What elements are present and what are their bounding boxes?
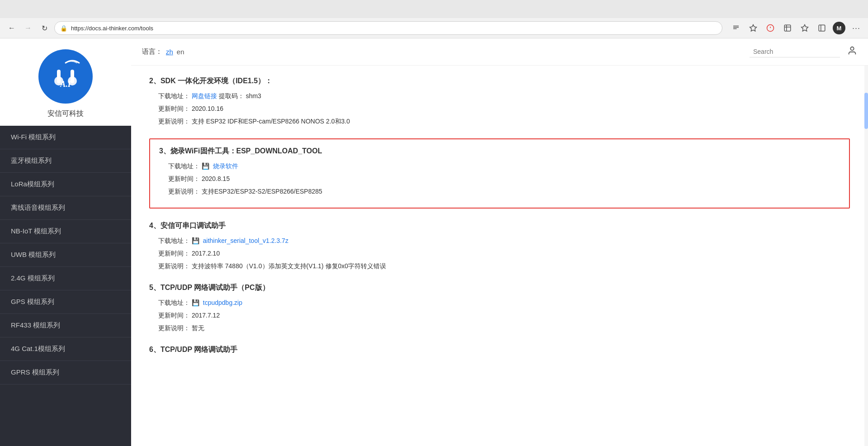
browser-icons: M ··· xyxy=(730,22,863,34)
main-content: 语言： zh en 2、SDK 一体化开发环境（IDE1.5）： 下载地址： 网… xyxy=(131,38,868,446)
section-6-title: 6、TCP/UDP 网络调试助手 xyxy=(149,345,850,355)
section-3-dl-label: 下载地址： xyxy=(168,162,200,170)
reader-mode-button[interactable] xyxy=(730,22,742,34)
sidebar-nav: Wi-Fi 模组系列 蓝牙模组系列 LoRa模组系列 离线语音模组系列 NB-I… xyxy=(0,126,131,446)
section-4-download: 下载地址： 💾 aithinker_serial_tool_v1.2.3.7z xyxy=(149,237,850,245)
shield-button[interactable] xyxy=(764,22,777,34)
section-5-notes-label: 更新说明： xyxy=(158,324,190,332)
forward-button[interactable]: → xyxy=(22,22,34,34)
extension-button[interactable] xyxy=(781,22,794,34)
lang-zh-button[interactable]: zh xyxy=(166,48,173,56)
svg-point-10 xyxy=(850,47,854,50)
refresh-button[interactable]: ↻ xyxy=(38,22,51,34)
section-4-time-val: 2017.2.10 xyxy=(192,250,220,257)
section-5-time-label: 更新时间： xyxy=(158,312,190,319)
section-2-update-time: 更新时间： 2020.10.16 xyxy=(149,105,850,113)
sidebar-item-offline-voice[interactable]: 离线语音模组系列 xyxy=(0,196,131,220)
section-5-dl-icon: 💾 xyxy=(192,299,199,306)
lang-en-button[interactable]: en xyxy=(177,48,184,56)
section-4-dl-label: 下载地址： xyxy=(158,237,190,244)
section-2-dl-link[interactable]: 网盘链接 xyxy=(192,92,217,100)
browser-chrome: ← → ↻ 🔒 https://docs.ai-thinker.com/tool… xyxy=(0,0,868,38)
section-4-title: 4、安信可串口调试助手 xyxy=(149,221,850,231)
section-2: 2、SDK 一体化开发环境（IDE1.5）： 下载地址： 网盘链接 提取码： s… xyxy=(149,76,850,126)
section-2-title: 2、SDK 一体化开发环境（IDE1.5）： xyxy=(149,76,850,86)
section-4-dl-link[interactable]: aithinker_serial_tool_v1.2.3.7z xyxy=(203,237,288,244)
tab-bar xyxy=(0,0,868,18)
svg-rect-8 xyxy=(71,70,74,83)
svg-text:A.I: A.I xyxy=(60,80,71,89)
search-input[interactable] xyxy=(750,46,840,57)
sidebar-item-gps[interactable]: GPS 模组系列 xyxy=(0,290,131,314)
section-3-time-val: 2020.8.15 xyxy=(202,175,230,182)
section-3-download: 下载地址： 💾 烧录软件 xyxy=(159,162,840,171)
sidebar-logo: A.I 安信可科技 xyxy=(0,38,131,126)
section-4: 4、安信可串口调试助手 下载地址： 💾 aithinker_serial_too… xyxy=(149,221,850,270)
section-2-time-val: 2020.10.16 xyxy=(192,105,223,112)
section-4-notes-label: 更新说明： xyxy=(158,262,190,270)
sidebar-item-gprs[interactable]: GPRS 模组系列 xyxy=(0,361,131,384)
address-bar: 🔒 https://docs.ai-thinker.com/tools xyxy=(54,21,722,35)
sidebar-item-4g[interactable]: 4G Cat.1模组系列 xyxy=(0,337,131,361)
section-4-dl-icon: 💾 xyxy=(192,237,199,244)
section-2-time-label: 更新时间： xyxy=(158,105,190,112)
section-5-update-notes: 更新说明： 暂无 xyxy=(149,324,850,332)
section-3-dl-link[interactable]: 烧录软件 xyxy=(213,162,238,170)
browser-controls: ← → ↻ 🔒 https://docs.ai-thinker.com/tool… xyxy=(0,18,868,38)
section-2-dl-label: 下载地址： xyxy=(158,92,190,100)
section-5-dl-link[interactable]: tcpudpdbg.zip xyxy=(203,299,242,306)
section-5-dl-label: 下载地址： xyxy=(158,299,190,306)
section-3-update-notes: 更新说明： 支持ESP32/ESP32-S2/ESP8266/ESP8285 xyxy=(159,188,840,196)
back-button[interactable]: ← xyxy=(5,22,18,34)
section-4-notes-val: 支持波特率 74880（V1.0）添加英文支持(V1.1) 修复0x0字符转义错… xyxy=(192,262,386,270)
sidebar-item-2.4g[interactable]: 2.4G 模组系列 xyxy=(0,267,131,290)
section-5-download: 下载地址： 💾 tcpudpdbg.zip xyxy=(149,299,850,307)
scrollbar[interactable] xyxy=(864,66,868,446)
section-5: 5、TCP/UDP 网络调试助手（PC版） 下载地址： 💾 tcpudpdbg.… xyxy=(149,283,850,332)
sidebar: A.I 安信可科技 Wi-Fi 模组系列 蓝牙模组系列 LoRa模组系列 离线语… xyxy=(0,38,131,446)
page-layout: A.I 安信可科技 Wi-Fi 模组系列 蓝牙模组系列 LoRa模组系列 离线语… xyxy=(0,38,868,446)
profile-button[interactable]: M xyxy=(833,22,845,34)
scroll-thumb[interactable] xyxy=(864,93,868,129)
logo-circle: A.I xyxy=(38,49,93,104)
lang-label: 语言： xyxy=(142,47,162,56)
article-body: 2、SDK 一体化开发环境（IDE1.5）： 下载地址： 网盘链接 提取码： s… xyxy=(131,66,868,446)
user-icon[interactable] xyxy=(847,46,857,58)
section-5-time-val: 2017.7.12 xyxy=(192,312,220,319)
section-5-notes-val: 暂无 xyxy=(192,324,204,332)
section-3-notes-val: 支持ESP32/ESP32-S2/ESP8266/ESP8285 xyxy=(202,188,322,195)
section-5-title: 5、TCP/UDP 网络调试助手（PC版） xyxy=(149,283,850,293)
section-5-update-time: 更新时间： 2017.7.12 xyxy=(149,312,850,320)
header-right xyxy=(750,46,857,58)
favorites-button[interactable] xyxy=(747,22,760,34)
sidebar-item-uwb[interactable]: UWB 模组系列 xyxy=(0,243,131,267)
sidebar-item-lora[interactable]: LoRa模组系列 xyxy=(0,173,131,196)
section-2-download: 下载地址： 网盘链接 提取码： shm3 xyxy=(149,92,850,100)
section-3-title: 3、烧录WiFi固件工具：ESP_DOWNLOAD_TOOL xyxy=(159,147,840,156)
content-header: 语言： zh en xyxy=(131,38,868,66)
section-2-notes-label: 更新说明： xyxy=(158,118,190,125)
more-button[interactable]: ··· xyxy=(850,22,863,34)
section-3-time-label: 更新时间： xyxy=(168,175,200,182)
sidebar-item-nbiot[interactable]: NB-IoT 模组系列 xyxy=(0,220,131,243)
sidebar-item-wifi[interactable]: Wi-Fi 模组系列 xyxy=(0,126,131,149)
star-button[interactable] xyxy=(798,22,811,34)
section-4-time-label: 更新时间： xyxy=(158,250,190,257)
section-2-dl-suffix: 提取码： shm3 xyxy=(219,92,261,100)
section-3: 3、烧录WiFi固件工具：ESP_DOWNLOAD_TOOL 下载地址： 💾 烧… xyxy=(149,138,850,209)
section-3-update-time: 更新时间： 2020.8.15 xyxy=(159,175,840,183)
svg-rect-3 xyxy=(819,25,825,31)
section-4-update-time: 更新时间： 2017.2.10 xyxy=(149,250,850,258)
lang-switcher: 语言： zh en xyxy=(142,47,184,56)
section-4-update-notes: 更新说明： 支持波特率 74880（V1.0）添加英文支持(V1.1) 修复0x… xyxy=(149,262,850,270)
brand-name: 安信可科技 xyxy=(47,109,84,119)
section-3-notes-label: 更新说明： xyxy=(168,188,200,195)
url-text: https://docs.ai-thinker.com/tools xyxy=(71,25,153,32)
section-3-dl-icon: 💾 xyxy=(202,162,209,170)
section-6: 6、TCP/UDP 网络调试助手 xyxy=(149,345,850,355)
section-2-update-notes: 更新说明： 支持 ESP32 IDF和ESP-cam/ESP8266 NONOS… xyxy=(149,118,850,126)
sidebar-item-rf433[interactable]: RF433 模组系列 xyxy=(0,314,131,337)
sidebar-item-bluetooth[interactable]: 蓝牙模组系列 xyxy=(0,149,131,173)
collections-button[interactable] xyxy=(816,22,828,34)
section-2-notes-val: 支持 ESP32 IDF和ESP-cam/ESP8266 NONOS 2.0和3… xyxy=(192,118,350,125)
